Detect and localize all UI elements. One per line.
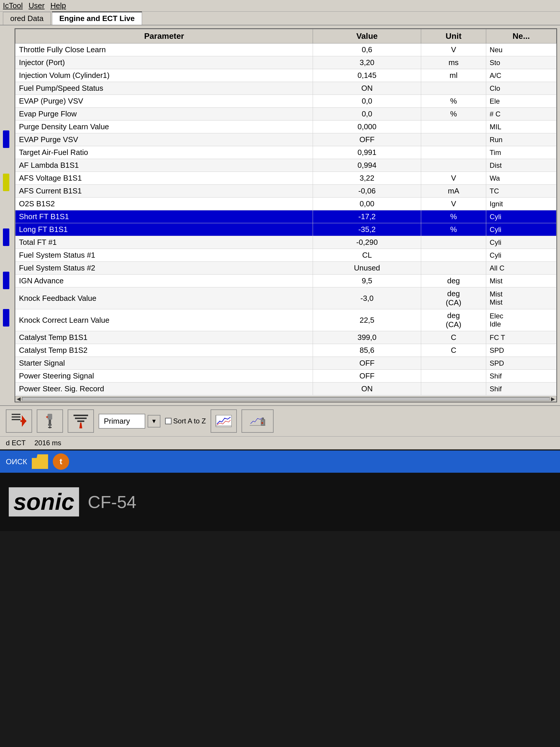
- toolbar-btn-sparkplug[interactable]: ★: [37, 409, 63, 433]
- table-cell-unit: [421, 383, 486, 395]
- table-header-row: Parameter Value Unit Ne...: [16, 29, 557, 44]
- table-row[interactable]: Purge Density Learn Value0,000MIL: [16, 121, 557, 133]
- table-cell-unit: %: [421, 223, 486, 236]
- table-cell-parameter: Throttle Fully Close Learn: [16, 44, 313, 56]
- table-row[interactable]: Short FT B1S1-17,2%Cyli: [16, 210, 557, 223]
- table-row[interactable]: Fuel System Status #2UnusedAll C: [16, 262, 557, 275]
- menu-help[interactable]: Help: [50, 1, 66, 10]
- table-cell-extra: SPD: [486, 344, 556, 357]
- table-row[interactable]: AF Lambda B1S10,994Dist: [16, 159, 557, 172]
- table-cell-parameter: EVAP Purge VSV: [16, 133, 313, 146]
- table-cell-value: 0,145: [313, 69, 421, 82]
- sort-checkbox-container: Sort A to Z: [165, 417, 206, 425]
- table-cell-unit: mA: [421, 185, 486, 198]
- table-row[interactable]: Target Air-Fuel Ratio0,991Tim: [16, 146, 557, 159]
- table-cell-extra: Cyli: [486, 210, 556, 223]
- table-row[interactable]: O2S B1S20,00VIgnit: [16, 198, 557, 210]
- svg-rect-6: [49, 420, 51, 424]
- taskbar-app-icon[interactable]: t: [53, 454, 69, 470]
- table-cell-extra: Ele: [486, 95, 556, 108]
- table-row[interactable]: AFS Current B1S1-0,06mATC: [16, 185, 557, 198]
- table-cell-value: OFF: [313, 370, 421, 383]
- menu-ictool[interactable]: IcTool: [3, 1, 23, 10]
- table-cell-value: ON: [313, 82, 421, 95]
- table-row[interactable]: Fuel Pump/Speed StatusONClo: [16, 82, 557, 95]
- table-row[interactable]: Catalyst Temp B1S285,6CSPD: [16, 344, 557, 357]
- table-cell-extra: Shif: [486, 383, 556, 395]
- tab-ored-data[interactable]: ored Data: [3, 12, 51, 25]
- table-row[interactable]: Knock Correct Learn Value22,5deg (CA)Ele…: [16, 309, 557, 331]
- table-cell-value: 0,991: [313, 146, 421, 159]
- menu-bar: IcTool User Help: [0, 0, 560, 12]
- table-cell-value: -3,0: [313, 287, 421, 309]
- table-cell-parameter: Knock Correct Learn Value: [16, 309, 313, 331]
- list-export-icon: [10, 412, 28, 430]
- sort-checkbox[interactable]: [165, 418, 171, 424]
- table-row[interactable]: Evap Purge Flow0,0%# C: [16, 108, 557, 121]
- col-header-parameter: Parameter: [16, 29, 313, 44]
- table-row[interactable]: Injector (Port)3,20msSto: [16, 56, 557, 69]
- status-bar: d ECT 2016 ms: [0, 436, 560, 449]
- toolbar-btn-filter[interactable]: [68, 409, 94, 433]
- toolbar-btn-fuel[interactable]: [241, 409, 273, 433]
- table-cell-value: 0,6: [313, 44, 421, 56]
- table-cell-value: -0,06: [313, 185, 421, 198]
- col-header-value: Value: [313, 29, 421, 44]
- horizontal-scrollbar[interactable]: ◀ ▶: [15, 396, 557, 402]
- table-row[interactable]: Total FT #1-0,290Cyli: [16, 236, 557, 249]
- svg-text:★: ★: [46, 415, 49, 419]
- table-cell-value: 3,20: [313, 56, 421, 69]
- table-cell-parameter: Fuel Pump/Speed Status: [16, 82, 313, 95]
- tab-engine-ect-live[interactable]: Engine and ECT Live: [52, 12, 142, 25]
- table-cell-parameter: Total FT #1: [16, 236, 313, 249]
- svg-rect-4: [20, 420, 26, 422]
- table-cell-value: 3,22: [313, 172, 421, 185]
- table-row[interactable]: Starter SignalOFFSPD: [16, 357, 557, 370]
- svg-rect-19: [262, 417, 264, 420]
- table-row[interactable]: IGN Advance9,5degMist: [16, 275, 557, 287]
- table-row[interactable]: EVAP Purge VSVOFFRun: [16, 133, 557, 146]
- toolbar-btn-list[interactable]: [6, 409, 32, 433]
- taskbar-search-label: ОИСК: [6, 457, 27, 466]
- svg-marker-14: [79, 422, 82, 428]
- primary-dropdown-value[interactable]: Primary: [99, 414, 145, 429]
- table-cell-extra: Shif: [486, 370, 556, 383]
- data-table-container: Parameter Value Unit Ne... Throttle Full…: [15, 28, 557, 403]
- toolbar-btn-chart1[interactable]: [211, 409, 237, 433]
- table-row[interactable]: Injection Volum (Cylinder1)0,145mlA/C: [16, 69, 557, 82]
- table-cell-parameter: Catalyst Temp B1S2: [16, 344, 313, 357]
- table-row[interactable]: Fuel System Status #1CLCyli: [16, 249, 557, 262]
- windows-taskbar: ОИСК t: [0, 450, 560, 473]
- table-cell-value: Unused: [313, 262, 421, 275]
- table-row[interactable]: Throttle Fully Close Learn0,6VNeu: [16, 44, 557, 56]
- indicator-blue-4: [3, 309, 9, 327]
- svg-rect-20: [262, 422, 263, 424]
- table-row[interactable]: Power Steer. Sig. RecordONShif: [16, 383, 557, 395]
- table-row[interactable]: AFS Voltage B1S13,22VWa: [16, 172, 557, 185]
- table-row[interactable]: EVAP (Purge) VSV0,0%Ele: [16, 95, 557, 108]
- table-cell-value: OFF: [313, 133, 421, 146]
- table-cell-unit: %: [421, 108, 486, 121]
- col-header-extra: Ne...: [486, 29, 556, 44]
- menu-user[interactable]: User: [29, 1, 45, 10]
- table-cell-extra: Dist: [486, 159, 556, 172]
- sparkplug-icon: ★: [41, 412, 59, 430]
- table-cell-unit: ms: [421, 56, 486, 69]
- table-cell-value: 22,5: [313, 309, 421, 331]
- table-cell-value: 0,994: [313, 159, 421, 172]
- svg-rect-2: [12, 419, 20, 420]
- table-cell-parameter: AFS Current B1S1: [16, 185, 313, 198]
- table-cell-unit: deg (CA): [421, 309, 486, 331]
- table-row[interactable]: Power Steering SignalOFFShif: [16, 370, 557, 383]
- table-cell-parameter: Injector (Port): [16, 56, 313, 69]
- dropdown-arrow-icon[interactable]: ▼: [148, 415, 160, 428]
- table-cell-extra: TC: [486, 185, 556, 198]
- table-cell-extra: Sto: [486, 56, 556, 69]
- table-row[interactable]: Long FT B1S1-35,2%Cyli: [16, 223, 557, 236]
- table-row[interactable]: Knock Feedback Value-3,0deg (CA)Mist Mis…: [16, 287, 557, 309]
- taskbar-folder-icon[interactable]: [32, 454, 48, 469]
- table-cell-parameter: Knock Feedback Value: [16, 287, 313, 309]
- table-cell-extra: Ignit: [486, 198, 556, 210]
- table-row[interactable]: Catalyst Temp B1S1399,0CFC T: [16, 331, 557, 344]
- svg-rect-0: [12, 414, 20, 415]
